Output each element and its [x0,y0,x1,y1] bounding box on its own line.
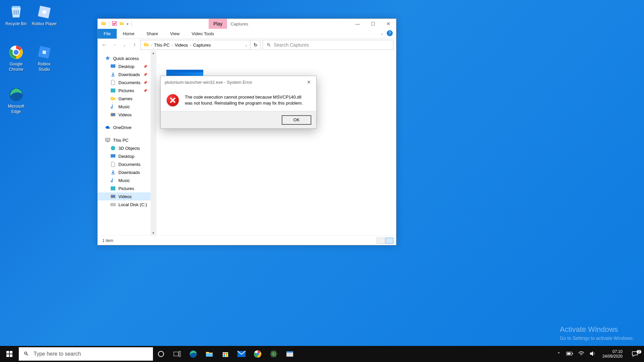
nav-item-downloads[interactable]: Downloads📌 [98,70,156,78]
tray-wifi-icon[interactable] [577,351,586,357]
sidebar-scrollbar[interactable]: ▲ ▼ [151,51,156,235]
tray-clock[interactable]: 07:10 24/09/2020 [600,349,625,359]
dialog-message: The code execution cannot proceed becaus… [185,94,310,106]
folder-icon [110,96,116,101]
nav-quick-access[interactable]: Quick access [98,54,156,62]
refresh-button[interactable]: ↻ [251,40,261,50]
minimize-button[interactable]: — [350,19,365,29]
nav-item-documents[interactable]: Documents📌 [98,78,156,86]
nav-item-videos[interactable]: Videos [98,111,156,119]
nav-item-music[interactable]: Music [98,103,156,111]
desktop-icon-label: Roblox Studio [31,62,58,72]
dialog-close-button[interactable]: ✕ [306,78,312,86]
back-button[interactable]: ← [100,41,108,49]
breadcrumb-segment[interactable]: Videos [175,43,188,48]
taskbar-explorer[interactable] [201,346,217,362]
task-view-button[interactable] [169,346,185,362]
nav-this-pc[interactable]: This PC [98,136,156,144]
search-icon: 🔍︎ [266,42,271,48]
cortana-button[interactable] [153,346,169,362]
taskbar-chrome[interactable] [250,346,266,362]
desktop-icon-roblox-studio[interactable]: Roblox Studio [31,44,58,72]
ok-button[interactable]: OK [282,116,311,124]
ribbon-tab-file[interactable]: File [98,29,117,39]
nav-pc-videos[interactable]: Videos [98,192,156,200]
start-button[interactable] [0,346,19,362]
svg-rect-10 [111,88,115,93]
roblox-studio-icon [36,44,52,60]
nav-item-games[interactable]: Games [98,95,156,103]
svg-point-24 [158,351,164,357]
taskbar-search[interactable]: 🔍︎ Type here to search [19,347,153,361]
breadcrumb[interactable]: › This PC › Videos › Captures ⌄ [141,40,251,50]
download-icon [110,72,116,77]
forward-button[interactable]: → [110,41,118,49]
ribbon-tab-share[interactable]: Share [141,29,164,39]
help-icon[interactable]: ? [387,30,393,36]
details-view-button[interactable] [377,238,385,244]
status-bar: 1 item [98,235,396,245]
taskbar-edge[interactable] [185,346,201,362]
nav-pc-desktop[interactable]: Desktop [98,152,156,160]
ribbon-tab-video-tools[interactable]: Video Tools [185,29,220,39]
titlebar[interactable]: ▾ Play Captures — ☐ ✕ [98,19,396,29]
svg-rect-30 [223,353,225,355]
dialog-titlebar[interactable]: plutonium-launcher-win32.exe - System Er… [161,76,316,88]
desktop-icon-google-chrome[interactable]: Google Chrome [3,44,30,72]
tray-battery-icon[interactable] [565,351,574,357]
dialog-footer: OK [161,111,316,128]
chevron-down-icon[interactable]: ⌄ [380,31,383,36]
up-button[interactable]: ↑ [130,41,139,49]
svg-rect-13 [105,138,110,141]
taskbar-app-atom[interactable] [266,346,282,362]
nav-pc-3dobjects[interactable]: 3D Objects [98,144,156,152]
search-placeholder: Search Captures [274,42,309,48]
svg-rect-1 [42,10,46,14]
nav-pc-local-disk[interactable]: Local Disk (C:) [98,200,156,208]
contextual-tab-play[interactable]: Play [209,19,227,29]
close-button[interactable]: ✕ [381,19,396,29]
nav-onedrive[interactable]: OneDrive [98,123,156,131]
taskbar-store[interactable] [217,346,233,362]
tray-notifications[interactable]: 2 [628,351,642,357]
error-dialog: plutonium-launcher-win32.exe - System Er… [160,76,317,129]
breadcrumb-segment[interactable]: This PC [154,43,169,48]
chevron-right-icon: › [172,43,173,47]
music-icon [110,104,116,109]
nav-item-desktop[interactable]: Desktop📌 [98,62,156,70]
music-icon [110,178,116,183]
nav-item-pictures[interactable]: Pictures📌 [98,86,156,95]
breadcrumb-segment[interactable]: Captures [193,43,211,48]
nav-pc-music[interactable]: Music [98,176,156,184]
chevron-down-icon[interactable]: ⌄ [245,43,248,47]
scroll-up-icon[interactable]: ▲ [152,52,155,55]
video-icon [110,112,116,117]
ribbon-tab-view[interactable]: View [164,29,185,39]
svg-rect-14 [107,141,109,142]
nav-pc-downloads[interactable]: Downloads [98,168,156,176]
window-title: Captures [230,21,248,26]
equals-icon[interactable]: ▾ [127,22,128,26]
nav-pc-documents[interactable]: Documents [98,160,156,168]
maximize-button[interactable]: ☐ [365,19,381,29]
ribbon-tab-home[interactable]: Home [117,29,141,39]
folder-small-icon[interactable] [119,21,124,27]
desktop-icon-recycle-bin[interactable]: Recycle Bin [3,4,30,27]
desktop-icon-roblox-player[interactable]: Roblox Player [31,4,58,27]
svg-rect-31 [226,353,227,355]
search-icon: 🔍︎ [23,351,29,357]
svg-rect-42 [286,351,293,353]
desktop-icon-microsoft-edge[interactable]: Microsoft Edge [3,86,30,114]
scroll-down-icon[interactable]: ▼ [152,232,155,235]
thumbnails-view-button[interactable] [385,238,393,244]
recent-dropdown[interactable]: ⌄ [120,41,128,49]
tray-chevron-up-icon[interactable]: ⌃ [555,351,562,357]
taskbar-mail[interactable] [233,346,250,362]
search-box[interactable]: 🔍︎ Search Captures [263,40,393,50]
tray-volume-icon[interactable] [588,351,597,357]
svg-rect-16 [111,186,115,190]
taskbar-app-window[interactable] [282,346,298,362]
checkbox-icon[interactable] [112,21,117,27]
nav-pc-pictures[interactable]: Pictures [98,184,156,192]
tray-date: 24/09/2020 [602,354,623,359]
